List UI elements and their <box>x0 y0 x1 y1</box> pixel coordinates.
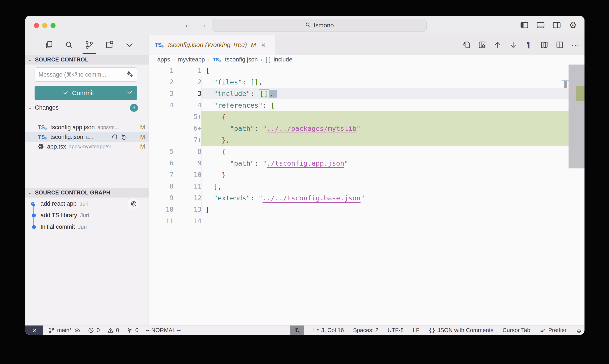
search-icon <box>305 22 311 29</box>
pilcrow-icon[interactable]: ¶ <box>524 40 533 50</box>
sparkle-icon[interactable] <box>126 70 133 78</box>
code-line[interactable]: 69 "path": "./tsconfig.app.json" <box>149 157 584 169</box>
ellipsis-icon[interactable]: ··· <box>571 40 580 50</box>
breadcrumb-item[interactable]: apps <box>157 56 170 63</box>
code-line[interactable]: 912 "extends": "../../tsconfig.base.json… <box>149 192 584 204</box>
commit-message: add react app <box>40 200 77 207</box>
status-item-ports-count[interactable]: 0 <box>127 325 138 335</box>
commit-row[interactable]: add TS libraryJuri <box>25 209 149 221</box>
modified-badge: M <box>140 143 145 150</box>
diff-overview-added-marker <box>576 86 584 101</box>
close-window-button[interactable] <box>34 23 39 28</box>
open-changes-icon[interactable] <box>462 40 471 49</box>
close-tab-icon[interactable]: × <box>261 41 266 49</box>
status-item-errors-count[interactable]: 0 <box>88 325 100 335</box>
map-icon[interactable] <box>540 40 549 49</box>
commit-message-input[interactable]: Message (⌘⏎ to comm... <box>35 67 137 82</box>
breadcrumb-item[interactable]: include <box>274 56 292 63</box>
code-line[interactable]: 11{ <box>149 65 584 76</box>
code-line[interactable]: 6+ "path": "../../packages/mytslib" <box>149 122 584 134</box>
files-icon[interactable] <box>44 40 54 50</box>
status-item-indentation[interactable]: Spaces: 2 <box>353 325 378 335</box>
discard-icon[interactable] <box>120 134 127 140</box>
command-center-search[interactable]: tsmono <box>212 19 427 32</box>
status-item-encoding[interactable]: UTF-8 <box>388 325 404 335</box>
status-item-cursor-tab[interactable]: Cursor Tab <box>503 325 531 335</box>
commit-row[interactable]: add react appJuri <box>25 198 149 209</box>
status-item-eol[interactable]: LF <box>413 325 419 335</box>
status-item-language-mode[interactable]: {}JSON with Comments <box>429 325 493 335</box>
split-editor-icon[interactable] <box>555 40 564 49</box>
status-item-vim-mode[interactable]: -- NORMAL -- <box>146 325 181 335</box>
file-row[interactable]: app.tsxapps/myviteapp/sr...M <box>25 142 149 151</box>
code-text: }, <box>205 136 230 144</box>
arrow-up-icon[interactable] <box>493 40 502 49</box>
inline-view-icon[interactable] <box>478 40 487 49</box>
file-name: tsconfig.app.json <box>50 124 95 131</box>
breadcrumb-item[interactable]: tsconfig.json <box>225 56 258 63</box>
chevron-down-icon <box>127 89 133 97</box>
code-line[interactable]: 58 { <box>149 146 584 157</box>
warning-icon <box>107 327 114 334</box>
code-line[interactable]: 1013} <box>149 204 584 215</box>
breadcrumb-item[interactable]: myviteapp <box>178 56 205 63</box>
code-line[interactable]: 1114 <box>149 215 584 227</box>
code-line[interactable]: 7+ }, <box>149 134 584 146</box>
status-item-notifications[interactable] <box>576 325 582 335</box>
status-item-formatter[interactable]: Prettier <box>539 325 567 335</box>
code-line[interactable]: 811 ], <box>149 181 584 192</box>
source-control-icon[interactable] <box>85 40 94 50</box>
goto-current-history-item-button[interactable] <box>128 199 139 209</box>
code-line[interactable]: 5+ { <box>149 111 584 122</box>
chevron-down-icon[interactable] <box>125 40 134 50</box>
forward-icon[interactable]: → <box>199 20 207 29</box>
extensions-icon[interactable] <box>105 40 114 50</box>
file-name: app.tsx <box>47 143 66 150</box>
layout-sidebar-right-icon[interactable] <box>552 21 561 30</box>
graph-title: SOURCE CONTROL GRAPH <box>35 189 110 196</box>
gear-icon[interactable]: ⚙ <box>568 21 578 30</box>
new-line-number: 3 <box>173 90 201 97</box>
new-line-number: 7+ <box>173 136 201 144</box>
open-file-icon[interactable] <box>111 134 118 140</box>
diff-editor[interactable]: 11{22 "files": [],33 "include": [],44 "r… <box>149 65 584 227</box>
commit-message: Initial commit <box>40 223 75 230</box>
search-icon[interactable] <box>65 40 74 50</box>
file-row[interactable]: TStsconfig.app.jsonapps/m...M <box>25 122 149 132</box>
back-icon[interactable]: ← <box>184 20 192 29</box>
commit-dropdown-button[interactable] <box>122 86 137 100</box>
modified-badge: M <box>140 134 145 141</box>
maximize-window-button[interactable] <box>51 23 56 28</box>
layout-panel-icon[interactable] <box>536 21 545 30</box>
symbol-kind-icon: [ ] <box>266 56 271 63</box>
commit-row[interactable]: Initial commitJuri <box>25 221 149 233</box>
new-line-number: 14 <box>173 217 201 225</box>
status-item-remote-indicator[interactable] <box>25 325 43 335</box>
code-line[interactable]: 44 "references": [ <box>149 99 584 111</box>
file-row[interactable]: TStsconfig.jsona...M <box>25 132 149 142</box>
tab-tsconfig-working-tree[interactable]: TS tsconfig.json (Working Tree) M × <box>149 35 275 55</box>
layout-sidebar-left-icon[interactable] <box>520 21 529 30</box>
traffic-lights <box>34 23 56 28</box>
commit-button[interactable]: Commit <box>35 86 137 100</box>
status-item-branch-status[interactable]: main* <box>48 325 80 335</box>
code-line[interactable]: 710 } <box>149 169 584 181</box>
code-line[interactable]: 22 "files": [], <box>149 76 584 88</box>
status-bar-right: Ln 3, Col 16Spaces: 2UTF-8LF{}JSON with … <box>290 325 582 335</box>
status-item-zoom-indicator[interactable] <box>290 325 304 335</box>
changes-section-header[interactable]: ⌄ Changes 3 <box>25 103 149 112</box>
status-item-cursor-position[interactable]: Ln 3, Col 16 <box>313 325 344 335</box>
code-line[interactable]: 33 "include": [], <box>149 88 584 99</box>
minimize-window-button[interactable] <box>42 23 47 28</box>
source-control-graph-header[interactable]: ⌄ SOURCE CONTROL GRAPH <box>25 188 149 197</box>
source-control-header[interactable]: ⌄ SOURCE CONTROL <box>25 55 149 65</box>
editor-scrollbar[interactable] <box>569 65 584 169</box>
sparkle-icon[interactable] <box>126 70 133 79</box>
activity-bar <box>25 35 149 55</box>
stage-icon[interactable] <box>130 134 136 140</box>
arrow-down-icon[interactable] <box>509 40 518 49</box>
status-label: Spaces: 2 <box>353 327 378 334</box>
changes-label: Changes <box>35 104 58 111</box>
status-item-warnings-count[interactable]: 0 <box>107 325 119 335</box>
breadcrumb-separator-icon: › <box>173 57 175 63</box>
